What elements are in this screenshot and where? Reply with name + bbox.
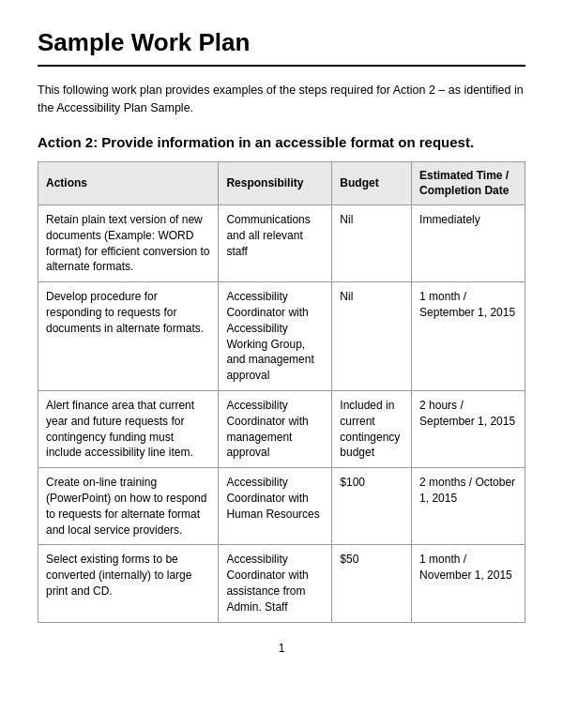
header-budget: Budget <box>332 161 412 205</box>
page-title: Sample Work Plan <box>38 28 525 57</box>
cell-actions: Select existing forms to be converted (i… <box>38 545 219 622</box>
cell-estimated: 1 month / November 1, 2015 <box>412 545 525 622</box>
cell-actions: Create on-line training (PowerPoint) on … <box>38 468 219 545</box>
table-row: Develop procedure for responding to requ… <box>38 282 525 391</box>
header-actions: Actions <box>38 161 219 205</box>
table-row: Create on-line training (PowerPoint) on … <box>38 468 525 545</box>
table-row: Select existing forms to be converted (i… <box>38 545 525 622</box>
cell-actions: Alert finance area that current year and… <box>38 391 219 468</box>
action-heading: Action 2: Provide information in an acce… <box>38 134 525 150</box>
cell-actions: Retain plain text version of new documen… <box>38 205 219 282</box>
cell-responsibility: Accessibility Coordinator with assistanc… <box>219 545 332 622</box>
cell-budget: Nil <box>332 205 412 282</box>
work-plan-table: Actions Responsibility Budget Estimated … <box>38 161 525 623</box>
cell-responsibility: Accessibility Coordinator with Accessibi… <box>219 282 332 391</box>
cell-estimated: 2 months / October 1, 2015 <box>412 468 525 545</box>
cell-estimated: Immediately <box>412 205 525 282</box>
cell-budget: $50 <box>332 545 412 622</box>
title-divider <box>38 65 525 67</box>
page-number: 1 <box>279 642 285 655</box>
cell-estimated: 2 hours / September 1, 2015 <box>412 391 525 468</box>
table-row: Alert finance area that current year and… <box>38 391 525 468</box>
cell-budget: Included in current contingency budget <box>332 391 412 468</box>
intro-text: This following work plan provides exampl… <box>38 82 525 117</box>
cell-budget: $100 <box>332 468 412 545</box>
cell-actions: Develop procedure for responding to requ… <box>38 282 219 391</box>
table-row: Retain plain text version of new documen… <box>38 205 525 282</box>
header-responsibility: Responsibility <box>219 161 332 205</box>
page-footer: 1 <box>38 642 525 655</box>
cell-estimated: 1 month / September 1, 2015 <box>412 282 525 391</box>
cell-budget: Nil <box>332 282 412 391</box>
cell-responsibility: Communications and all relevant staff <box>219 205 332 282</box>
header-estimated: Estimated Time / Completion Date <box>412 161 525 205</box>
cell-responsibility: Accessibility Coordinator with managemen… <box>219 391 332 468</box>
table-header-row: Actions Responsibility Budget Estimated … <box>38 161 525 205</box>
cell-responsibility: Accessibility Coordinator with Human Res… <box>219 468 332 545</box>
